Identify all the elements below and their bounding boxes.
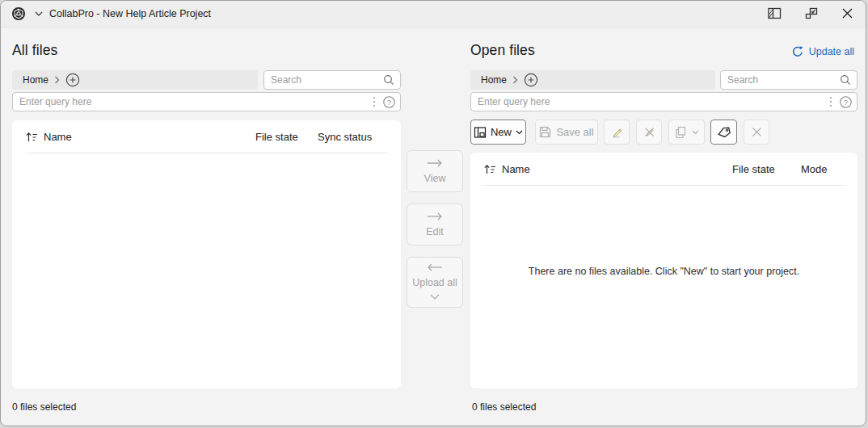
collapse-panel-button[interactable] [756, 1, 793, 27]
kebab-menu-icon[interactable] [373, 96, 376, 107]
save-all-button[interactable]: Save all [535, 120, 598, 145]
restore-window-button[interactable] [793, 1, 829, 27]
tag-icon [717, 126, 731, 139]
left-query-box: ? [12, 92, 401, 111]
collapse-panel-icon [768, 7, 782, 22]
header-divider [483, 185, 845, 186]
edit-button[interactable]: Edit [407, 204, 463, 245]
cancel-edit-icon [643, 125, 656, 139]
breadcrumb-home[interactable]: Home [23, 74, 48, 86]
column-name[interactable]: Name [44, 131, 255, 143]
project-selector-chevron-icon[interactable] [35, 11, 43, 16]
save-icon [539, 126, 551, 138]
empty-state-message: There are no files available. Click "New… [470, 266, 857, 277]
save-all-button-label: Save all [556, 126, 593, 138]
svg-text:?: ? [387, 98, 391, 106]
refresh-icon [791, 45, 804, 58]
right-selection-status: 0 files selected [472, 401, 536, 413]
arrow-right-icon [426, 158, 444, 170]
new-button[interactable]: New [470, 120, 526, 145]
left-breadcrumb: Home [12, 70, 258, 90]
right-search-input[interactable] [721, 74, 840, 86]
right-search-box [720, 70, 857, 90]
column-name[interactable]: Name [502, 163, 732, 175]
left-search-input[interactable] [264, 74, 383, 86]
close-window-button[interactable] [829, 1, 866, 27]
update-all-button[interactable]: Update all [791, 45, 854, 58]
right-query-input[interactable] [471, 96, 829, 107]
upload-all-button-label: Upload all [412, 277, 457, 288]
window-controls [756, 1, 866, 27]
help-icon[interactable]: ? [383, 96, 395, 108]
app-window: CollabPro - New Help Article Project [0, 0, 866, 426]
breadcrumb-chevron-icon [512, 76, 518, 84]
left-file-table: Name File state Sync status [12, 120, 401, 388]
kebab-menu-icon[interactable] [829, 96, 832, 107]
right-file-table: Name File state Mode There are no files … [470, 153, 857, 388]
view-button[interactable]: View [407, 150, 463, 192]
breadcrumb-chevron-icon [54, 76, 60, 84]
search-icon [383, 74, 394, 86]
titlebar: CollabPro - New Help Article Project [1, 1, 866, 27]
svg-text:?: ? [844, 98, 848, 106]
header-divider [25, 153, 388, 153]
view-button-label: View [424, 173, 446, 184]
new-button-label: New [491, 126, 512, 138]
column-file-state[interactable]: File state [255, 131, 318, 143]
left-query-input[interactable] [13, 96, 373, 107]
left-selection-status: 0 files selected [12, 401, 76, 413]
copy-icon [675, 126, 687, 139]
close-icon [842, 8, 853, 21]
right-breadcrumb: Home [470, 70, 715, 90]
breadcrumb-home[interactable]: Home [481, 74, 507, 86]
new-view-icon [474, 126, 487, 139]
app-logo-icon [11, 6, 26, 21]
update-all-label: Update all [809, 46, 854, 57]
arrow-right-icon [426, 212, 444, 223]
left-search-box [263, 70, 401, 90]
sort-ascending-icon[interactable] [25, 131, 38, 143]
copy-button[interactable] [668, 120, 705, 145]
right-table-header: Name File state Mode [470, 153, 857, 185]
left-panel-title: All files [12, 42, 57, 59]
column-file-state[interactable]: File state [732, 163, 801, 175]
upload-all-button[interactable]: Upload all [407, 257, 463, 308]
column-mode[interactable]: Mode [801, 163, 857, 175]
remove-button[interactable] [744, 120, 769, 145]
tag-button[interactable] [710, 120, 737, 145]
right-query-box: ? [470, 92, 857, 111]
chevron-down-icon [516, 130, 523, 135]
remove-icon [752, 127, 762, 137]
add-tab-icon[interactable] [65, 73, 80, 87]
help-icon[interactable]: ? [840, 96, 852, 108]
column-sync-status[interactable]: Sync status [318, 131, 401, 143]
right-panel-title: Open files [470, 42, 535, 59]
chevron-down-icon [430, 291, 440, 302]
sort-ascending-icon[interactable] [483, 163, 496, 175]
cancel-edit-button[interactable] [636, 120, 662, 145]
chevron-down-icon [692, 130, 699, 135]
edit-file-button[interactable] [604, 120, 630, 145]
arrow-left-icon [426, 262, 444, 274]
add-tab-icon[interactable] [524, 73, 538, 87]
edit-pencil-icon [610, 125, 624, 139]
window-title: CollabPro - New Help Article Project [49, 8, 211, 19]
edit-button-label: Edit [426, 226, 444, 237]
restore-window-icon [805, 7, 818, 22]
left-table-header: Name File state Sync status [12, 120, 401, 153]
search-icon [840, 74, 851, 86]
